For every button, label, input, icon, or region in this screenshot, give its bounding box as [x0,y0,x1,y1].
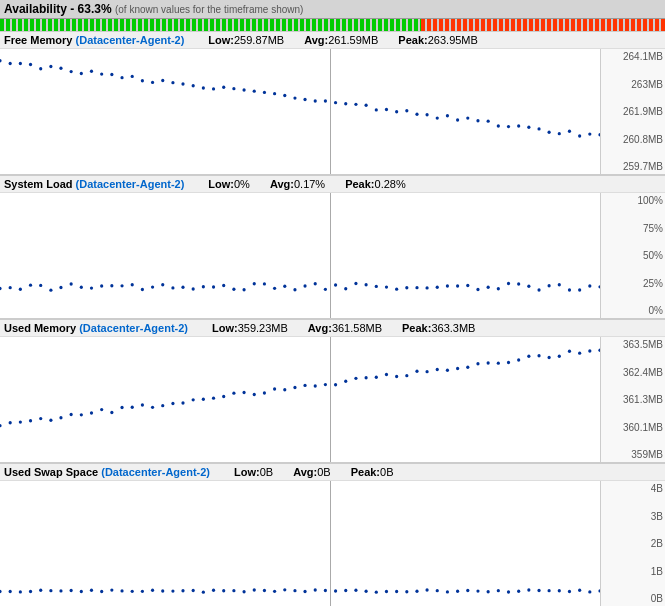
svg-point-79 [192,287,195,290]
svg-point-51 [517,124,520,127]
metric-stats-used-memory: Low:359.23MB Avg:361.58MB Peak:363.3MB [212,322,475,334]
svg-point-221 [415,590,418,593]
svg-point-232 [527,588,530,591]
chart-svg-free-memory [0,49,600,174]
svg-point-188 [80,590,83,593]
metric-low-free-memory: Low:259.87MB [208,34,284,46]
svg-point-37 [375,108,378,111]
svg-point-216 [365,590,368,593]
svg-point-143 [232,391,235,394]
y-axis-label-system-load: 25% [605,278,663,289]
svg-point-210 [303,590,306,593]
svg-point-155 [354,377,357,380]
svg-point-211 [314,588,317,591]
svg-point-24 [242,88,245,91]
svg-point-17 [171,81,174,84]
svg-point-237 [578,589,581,592]
metric-peak-used-memory: Peak:363.3MB [402,322,475,334]
svg-point-78 [181,286,184,289]
svg-point-15 [151,81,154,84]
metric-agent-link-used-memory[interactable]: (Datacenter-Agent-2) [79,322,188,334]
svg-point-81 [212,285,215,288]
svg-point-219 [395,590,398,593]
svg-point-67 [70,282,73,285]
svg-point-36 [365,104,368,107]
svg-point-185 [49,589,52,592]
svg-point-166 [466,366,469,369]
metric-section-used-swap: Used Swap Space (Datacenter-Agent-2) Low… [0,463,665,606]
metric-agent-link-system-load[interactable]: (Datacenter-Agent-2) [76,178,185,190]
svg-point-53 [537,127,540,130]
metric-low-used-swap: Low:0B [234,466,273,478]
y-axis-label-used-memory: 361.3MB [605,394,663,405]
metric-avg-free-memory: Avg:261.59MB [304,34,378,46]
svg-point-129 [90,411,93,414]
svg-point-55 [558,132,561,135]
svg-point-104 [446,284,449,287]
svg-point-208 [283,588,286,591]
metric-low-system-load: Low:0% [208,178,250,190]
svg-point-30 [303,98,306,101]
svg-point-119 [598,285,600,288]
svg-point-227 [476,589,479,592]
svg-point-169 [497,361,500,364]
svg-point-183 [29,590,32,593]
metric-agent-link-free-memory[interactable]: (Datacenter-Agent-2) [76,34,185,46]
svg-point-128 [80,413,83,416]
chart-area-used-memory [0,337,600,462]
metric-avg-used-memory: Avg:361.58MB [308,322,382,334]
svg-point-132 [120,406,123,409]
svg-point-239 [598,589,600,592]
svg-point-25 [253,89,256,92]
svg-point-215 [354,589,357,592]
svg-point-164 [446,369,449,372]
y-axis-label-used-memory: 359MB [605,449,663,460]
availability-note: (of known values for the timeframe shown… [115,4,303,15]
y-axis-label-free-memory: 261.9MB [605,106,663,117]
svg-point-180 [0,590,2,593]
svg-point-94 [344,287,347,290]
svg-point-8 [80,72,83,75]
svg-point-229 [497,589,500,592]
svg-point-122 [19,420,22,423]
y-axis-label-system-load: 50% [605,250,663,261]
svg-point-110 [507,282,510,285]
svg-point-113 [537,288,540,291]
metric-title-free-memory: Free Memory (Datacenter-Agent-2) [4,34,184,46]
svg-point-207 [273,590,276,593]
svg-point-18 [181,82,184,85]
svg-point-199 [192,589,195,592]
svg-point-7 [70,70,73,73]
svg-point-58 [588,132,591,135]
svg-point-87 [273,287,276,290]
svg-point-71 [110,284,113,287]
svg-point-59 [598,133,600,136]
svg-point-96 [365,283,368,286]
svg-point-105 [456,284,459,287]
metric-agent-link-used-swap[interactable]: (Datacenter-Agent-2) [101,466,210,478]
svg-point-224 [446,590,449,593]
metric-avg-used-swap: Avg:0B [293,466,331,478]
metric-peak-used-swap: Peak:0B [351,466,394,478]
metric-stats-used-swap: Low:0B Avg:0B Peak:0B [234,466,393,478]
svg-point-102 [425,286,428,289]
svg-point-225 [456,590,459,593]
svg-point-69 [90,286,93,289]
y-axis-label-used-swap: 1B [605,566,663,577]
svg-point-198 [181,589,184,592]
svg-point-95 [354,282,357,285]
svg-point-153 [334,383,337,386]
svg-point-41 [415,113,418,116]
svg-point-142 [222,395,225,398]
svg-point-121 [9,421,12,424]
svg-point-62 [19,288,22,291]
svg-point-167 [476,362,479,365]
svg-point-86 [263,282,266,285]
svg-point-171 [517,358,520,361]
y-axis-label-free-memory: 259.7MB [605,161,663,172]
svg-point-48 [487,119,490,122]
svg-point-60 [0,287,2,290]
svg-point-196 [161,589,164,592]
y-axis-label-used-swap: 2B [605,538,663,549]
svg-point-19 [192,84,195,87]
